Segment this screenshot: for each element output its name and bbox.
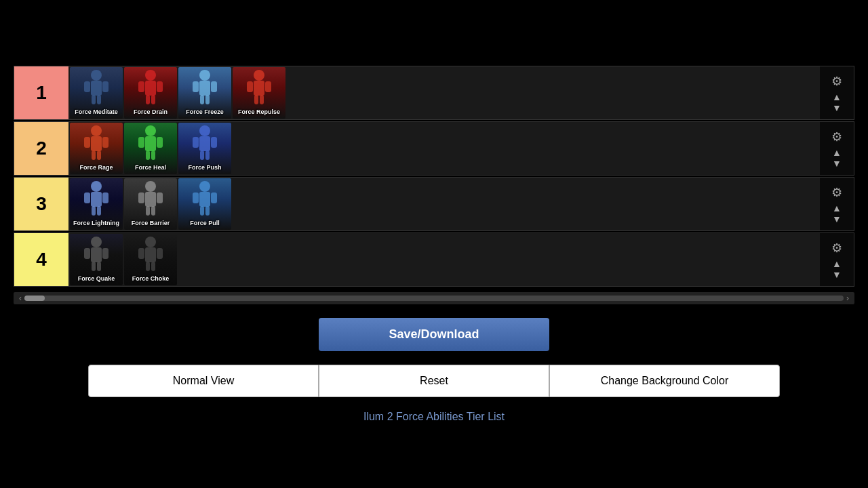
tier-item-drain[interactable]: Force Drain xyxy=(124,67,177,119)
char-icon-rage xyxy=(76,124,117,161)
down-arrow-tier-4[interactable]: ▼ xyxy=(831,269,842,280)
up-arrow-tier-2[interactable]: ▲ xyxy=(831,147,842,158)
svg-rect-49 xyxy=(145,192,156,207)
svg-rect-53 xyxy=(151,206,155,216)
svg-rect-38 xyxy=(193,137,199,148)
svg-rect-46 xyxy=(92,206,96,216)
tier-controls-tier-3: ⚙▲▼ xyxy=(820,178,854,230)
gear-button-tier-2[interactable]: ⚙ xyxy=(830,128,844,146)
svg-point-36 xyxy=(199,125,210,136)
tier-items-tier-4: Force Quake Force Choke xyxy=(68,233,820,286)
arrow-group-tier-3: ▲▼ xyxy=(831,203,842,224)
svg-rect-56 xyxy=(193,192,199,203)
svg-rect-2 xyxy=(84,81,90,92)
svg-rect-51 xyxy=(157,192,163,203)
down-arrow-tier-1[interactable]: ▼ xyxy=(831,102,842,113)
tier-item-quake[interactable]: Force Quake xyxy=(70,234,123,285)
tier-item-label-quake: Force Quake xyxy=(70,276,123,283)
tier-item-freeze[interactable]: Force Freeze xyxy=(178,67,231,119)
svg-point-66 xyxy=(145,237,156,247)
save-download-button[interactable]: Save/Download xyxy=(319,318,549,351)
char-icon-pull xyxy=(184,180,225,217)
down-arrow-tier-3[interactable]: ▼ xyxy=(831,214,842,224)
svg-rect-39 xyxy=(211,137,217,148)
tier-list: 1 Force Meditate Force Drain Force Freez… xyxy=(14,66,854,310)
scroll-left-arrow[interactable]: ‹ xyxy=(16,293,24,303)
gear-button-tier-4[interactable]: ⚙ xyxy=(830,239,844,257)
svg-rect-67 xyxy=(145,247,156,262)
tier-item-push[interactable]: Force Push xyxy=(178,123,231,174)
svg-rect-8 xyxy=(138,81,144,92)
svg-rect-22 xyxy=(254,95,258,104)
tier-label-tier-3: 3 xyxy=(14,178,68,230)
tier-row-tier-4: 4 Force Quake Force Choke⚙▲▼ xyxy=(14,232,854,287)
svg-rect-64 xyxy=(92,262,96,271)
svg-rect-28 xyxy=(92,150,96,160)
tier-item-repulse[interactable]: Force Repulse xyxy=(233,67,285,119)
up-arrow-tier-4[interactable]: ▲ xyxy=(831,258,842,269)
svg-rect-40 xyxy=(200,150,204,160)
tier-items-tier-3: Force Lightning Force Barrier Force Pull xyxy=(68,178,820,230)
svg-rect-62 xyxy=(84,248,90,259)
svg-point-30 xyxy=(145,125,156,136)
tier-item-label-push: Force Push xyxy=(178,165,231,171)
svg-rect-31 xyxy=(145,136,156,151)
svg-rect-52 xyxy=(146,206,150,216)
tier-item-label-lightning: Force Lightning xyxy=(70,220,123,227)
scrollbar-track[interactable] xyxy=(24,296,844,301)
svg-rect-57 xyxy=(211,192,217,203)
svg-rect-43 xyxy=(91,192,102,207)
char-icon-drain xyxy=(130,68,171,106)
bottom-buttons-row: Normal View Reset Change Background Colo… xyxy=(88,365,780,397)
footer-title: Ilum 2 Force Abilities Tier List xyxy=(363,411,505,423)
char-icon-push xyxy=(184,124,225,161)
svg-rect-13 xyxy=(199,81,210,96)
char-icon-quake xyxy=(76,235,117,272)
arrow-group-tier-2: ▲▼ xyxy=(831,147,842,169)
arrow-group-tier-4: ▲▼ xyxy=(831,258,842,280)
tier-item-choke[interactable]: Force Choke xyxy=(124,234,177,285)
svg-rect-44 xyxy=(84,192,90,203)
up-arrow-tier-3[interactable]: ▲ xyxy=(831,203,842,214)
svg-rect-59 xyxy=(205,206,210,216)
up-arrow-tier-1[interactable]: ▲ xyxy=(831,92,842,102)
scrollbar-thumb[interactable] xyxy=(24,296,45,301)
tier-item-pull[interactable]: Force Pull xyxy=(178,178,231,230)
tier-item-label-pull: Force Pull xyxy=(178,220,231,227)
svg-rect-32 xyxy=(138,137,144,148)
tier-items-tier-1: Force Meditate Force Drain Force Freeze … xyxy=(68,66,820,119)
scrollbar[interactable]: ‹ › xyxy=(14,292,854,304)
svg-rect-7 xyxy=(145,81,156,96)
change-bg-button[interactable]: Change Background Color xyxy=(549,365,780,397)
svg-point-48 xyxy=(145,181,156,192)
tier-label-tier-4: 4 xyxy=(14,233,68,286)
arrow-group-tier-1: ▲▼ xyxy=(831,92,842,113)
svg-rect-35 xyxy=(151,150,155,160)
down-arrow-tier-2[interactable]: ▼ xyxy=(831,158,842,169)
svg-rect-63 xyxy=(102,248,108,259)
normal-view-button[interactable]: Normal View xyxy=(88,365,319,397)
tier-item-meditate[interactable]: Force Meditate xyxy=(70,67,123,119)
char-icon-heal xyxy=(130,124,171,161)
tier-item-barrier[interactable]: Force Barrier xyxy=(124,178,177,230)
tier-item-label-rage: Force Rage xyxy=(70,165,123,171)
tier-row-tier-1: 1 Force Meditate Force Drain Force Freez… xyxy=(14,66,854,120)
tier-item-rage[interactable]: Force Rage xyxy=(70,123,123,174)
svg-rect-19 xyxy=(254,81,264,96)
svg-rect-5 xyxy=(97,95,101,104)
svg-rect-37 xyxy=(199,136,210,151)
svg-point-0 xyxy=(91,70,102,81)
tier-item-label-heal: Force Heal xyxy=(124,165,177,171)
svg-rect-23 xyxy=(260,95,264,104)
char-icon-lightning xyxy=(76,180,117,217)
tier-item-heal[interactable]: Force Heal xyxy=(124,123,177,174)
char-icon-repulse xyxy=(239,68,279,106)
scroll-right-arrow[interactable]: › xyxy=(844,293,852,303)
gear-button-tier-1[interactable]: ⚙ xyxy=(830,73,844,90)
reset-button[interactable]: Reset xyxy=(319,365,549,397)
gear-button-tier-3[interactable]: ⚙ xyxy=(830,184,844,201)
tier-items-tier-2: Force Rage Force Heal Force Push xyxy=(68,122,820,175)
svg-rect-68 xyxy=(138,248,144,259)
tier-item-lightning[interactable]: Force Lightning xyxy=(70,178,123,230)
svg-rect-15 xyxy=(211,81,217,92)
